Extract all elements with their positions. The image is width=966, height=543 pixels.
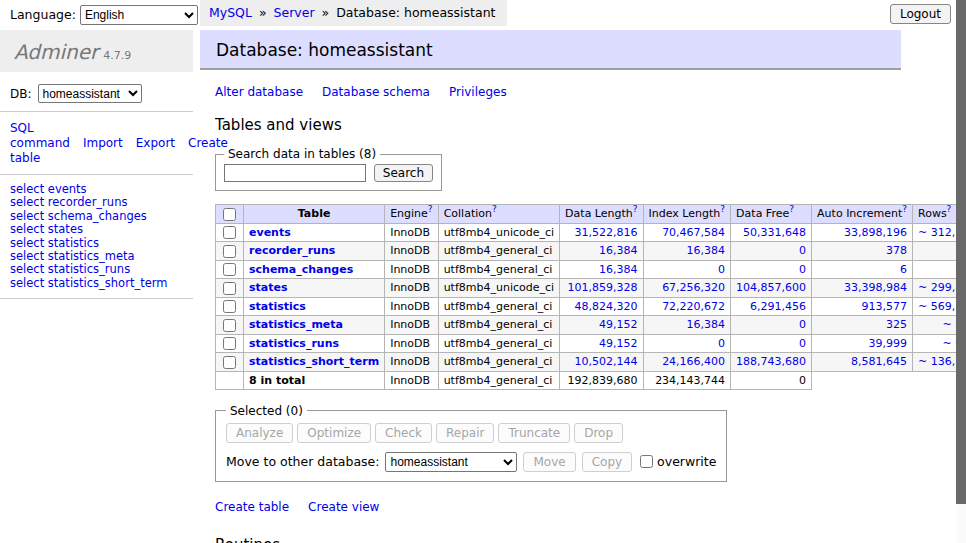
data-length-link[interactable]: 16,384: [599, 263, 638, 276]
overwrite-checkbox[interactable]: [640, 455, 653, 468]
auto-increment-link[interactable]: 325: [886, 318, 907, 331]
row-checkbox[interactable]: [223, 356, 236, 369]
data-length-link[interactable]: 49,152: [599, 318, 638, 331]
data-free-link[interactable]: 188,743,680: [736, 355, 806, 368]
create-link[interactable]: Create table: [215, 500, 289, 514]
drop-button[interactable]: Drop: [574, 423, 623, 443]
help-link[interactable]: ?: [720, 205, 725, 215]
sidebar-select-link[interactable]: select statistics_runs: [10, 262, 130, 276]
table-row: statistics_metaInnoDButf8mb4_general_ci4…: [216, 316, 966, 335]
optimize-button[interactable]: Optimize: [297, 423, 371, 443]
table-row: eventsInnoDButf8mb4_unicode_ci31,522,816…: [216, 223, 966, 242]
search-input[interactable]: [224, 164, 366, 182]
sidebar-select-link[interactable]: select events: [10, 182, 87, 196]
table-name-link[interactable]: recorder_runs: [249, 244, 335, 257]
sidebar-select-link[interactable]: select statistics: [10, 236, 99, 250]
language-selector-row: Language:English: [10, 5, 198, 25]
db-select[interactable]: homeassistant: [38, 84, 142, 103]
language-label: Language:: [10, 7, 76, 22]
table-name-cell: statistics_runs: [244, 334, 385, 353]
data-free-link[interactable]: 0: [799, 244, 806, 257]
db-action-link[interactable]: Privileges: [449, 85, 507, 99]
row-checkbox[interactable]: [223, 282, 236, 295]
db-action-link[interactable]: Alter database: [215, 85, 303, 99]
tables-header-row: TableEngine?Collation?Data Length?Index …: [216, 205, 966, 224]
auto-increment-link[interactable]: 33,398,984: [844, 281, 907, 294]
data-length-link[interactable]: 101,859,328: [568, 281, 638, 294]
data-free-cell: 6,291,456: [731, 297, 812, 316]
data-length-link[interactable]: 31,522,816: [575, 226, 638, 239]
breadcrumb-mysql-link[interactable]: MySQL: [209, 5, 252, 20]
copy-button[interactable]: Copy: [582, 452, 632, 472]
data-length-link[interactable]: 10,502,144: [575, 355, 638, 368]
row-checkbox-cell: [216, 353, 244, 372]
select-all-checkbox[interactable]: [223, 208, 236, 221]
index-length-link[interactable]: 16,384: [687, 244, 726, 257]
db-action-link[interactable]: Database schema: [322, 85, 430, 99]
data-length-link[interactable]: 49,152: [599, 337, 638, 350]
analyze-button[interactable]: Analyze: [226, 423, 293, 443]
auto-increment-link[interactable]: 8,581,645: [851, 355, 907, 368]
help-link[interactable]: ?: [902, 205, 907, 215]
table-name-link[interactable]: events: [249, 226, 291, 239]
move-database-select[interactable]: homeassistant: [385, 452, 517, 472]
scrollbar-thumb[interactable]: [956, 0, 966, 504]
table-name-link[interactable]: statistics_meta: [249, 318, 343, 331]
help-link[interactable]: ?: [947, 205, 952, 215]
language-select[interactable]: English: [80, 5, 198, 25]
row-checkbox[interactable]: [223, 263, 236, 276]
check-button[interactable]: Check: [375, 423, 432, 443]
table-name-link[interactable]: states: [249, 281, 288, 294]
index-length-link[interactable]: 0: [718, 337, 725, 350]
row-checkbox[interactable]: [223, 319, 236, 332]
breadcrumb-server-link[interactable]: Server: [274, 5, 315, 20]
table-name-link[interactable]: statistics_short_term: [249, 355, 379, 368]
index-length-link[interactable]: 70,467,584: [662, 226, 725, 239]
table-name-link[interactable]: schema_changes: [249, 263, 353, 276]
search-button[interactable]: Search: [374, 164, 433, 182]
row-checkbox[interactable]: [223, 226, 236, 239]
help-link[interactable]: ?: [633, 205, 638, 215]
table-name-link[interactable]: statistics_runs: [249, 337, 339, 350]
help-link[interactable]: ?: [428, 205, 433, 215]
create-link[interactable]: Create view: [308, 500, 379, 514]
sidebar-select-link[interactable]: select statistics_meta: [10, 249, 135, 263]
row-checkbox[interactable]: [223, 245, 236, 258]
auto-increment-link[interactable]: 39,999: [869, 337, 908, 350]
table-name-cell: events: [244, 223, 385, 242]
sidebar-select-link[interactable]: select schema_changes: [10, 209, 147, 223]
logout-button[interactable]: Logout: [890, 4, 951, 24]
auto-increment-link[interactable]: 913,577: [862, 300, 908, 313]
index-length-link[interactable]: 67,256,320: [662, 281, 725, 294]
data-free-link[interactable]: 0: [799, 263, 806, 276]
table-name-link[interactable]: statistics: [249, 300, 306, 313]
sidebar-action-link[interactable]: Import: [83, 136, 123, 150]
index-length-link[interactable]: 0: [718, 263, 725, 276]
index-length-link[interactable]: 72,220,672: [662, 300, 725, 313]
data-free-link[interactable]: 0: [799, 337, 806, 350]
sidebar-action-link[interactable]: Export: [136, 136, 175, 150]
repair-button[interactable]: Repair: [436, 423, 494, 443]
auto-increment-link[interactable]: 378: [886, 244, 907, 257]
truncate-button[interactable]: Truncate: [498, 423, 570, 443]
vertical-scrollbar[interactable]: [956, 0, 966, 543]
data-free-link[interactable]: 0: [799, 318, 806, 331]
data-length-link[interactable]: 16,384: [599, 244, 638, 257]
help-link[interactable]: ?: [789, 205, 794, 215]
auto-increment-link[interactable]: 6: [900, 263, 907, 276]
move-button[interactable]: Move: [523, 452, 575, 472]
sidebar-select-link[interactable]: select states: [10, 222, 83, 236]
data-free-link[interactable]: 6,291,456: [750, 300, 806, 313]
sidebar-select-link[interactable]: select statistics_short_term: [10, 276, 167, 290]
data-free-link[interactable]: 104,857,600: [736, 281, 806, 294]
index-length-link[interactable]: 24,166,400: [662, 355, 725, 368]
row-checkbox[interactable]: [223, 300, 236, 313]
help-link[interactable]: ?: [492, 205, 497, 215]
data-free-link[interactable]: 50,331,648: [743, 226, 806, 239]
sidebar-action-link[interactable]: SQL command: [10, 121, 70, 150]
sidebar-select-link[interactable]: select recorder_runs: [10, 195, 127, 209]
data-length-link[interactable]: 48,824,320: [575, 300, 638, 313]
index-length-link[interactable]: 16,384: [687, 318, 726, 331]
auto-increment-link[interactable]: 33,898,196: [844, 226, 907, 239]
row-checkbox[interactable]: [223, 337, 236, 350]
